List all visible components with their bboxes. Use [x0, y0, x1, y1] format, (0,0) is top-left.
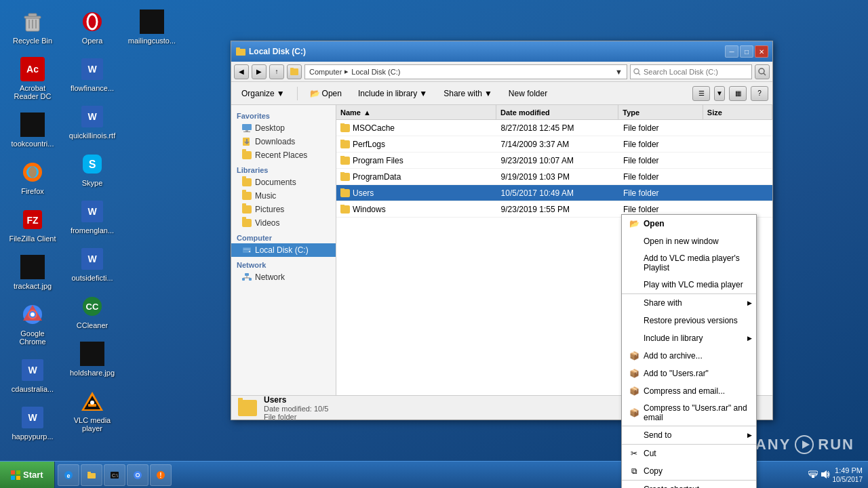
trackact-icon — [19, 253, 46, 281]
happypurp-icon: W — [19, 404, 46, 431]
search-input[interactable] — [644, 68, 749, 76]
col-header-date[interactable]: Date modified — [496, 105, 618, 119]
sidebar-item-documents[interactable]: Documents — [231, 176, 336, 189]
desktop-icon-holdshare[interactable]: holdshare.jpg — [65, 338, 119, 380]
anyrun-watermark: ANY RUN — [755, 435, 854, 454]
sidebar-item-desktop[interactable]: Desktop — [231, 121, 336, 135]
ctx-restore-previous[interactable]: Restore previous versions — [622, 312, 756, 329]
ctx-send-to[interactable]: Send to ▶ — [622, 426, 756, 444]
desktop-icon-acrobat[interactable]: Ac Acrobat Reader DC — [5, 53, 60, 103]
sidebar-item-recent-places[interactable]: Recent Places — [231, 148, 336, 162]
taskbar-chrome-button[interactable] — [127, 464, 149, 486]
ctx-share-with-icon — [629, 298, 639, 308]
desktop-icon-mailingcusto[interactable]: mailingcusto... — [125, 5, 179, 47]
ctx-open-new-window[interactable]: Open in new window — [622, 232, 756, 250]
desktop-icon-trackact[interactable]: trackact.jpg — [5, 251, 60, 293]
desktop-icon-firefox[interactable]: Firefox — [5, 156, 60, 198]
desktop-icon-quickillinois[interactable]: W quickillinois.rtf — [65, 100, 119, 142]
ctx-create-shortcut[interactable]: Create shortcut — [622, 480, 756, 488]
ctx-add-users-rar[interactable]: 📦 Add to "Users.rar" — [622, 365, 756, 382]
sidebar-item-pictures[interactable]: Pictures — [231, 203, 336, 216]
table-row[interactable]: PerfLogs 7/14/2009 3:37 AM File folder — [336, 136, 772, 152]
back-button[interactable]: ◀ — [234, 64, 249, 79]
sidebar-item-network[interactable]: Network — [231, 270, 336, 284]
view-options-button[interactable]: ▼ — [714, 86, 725, 101]
table-row[interactable]: Program Files 9/23/2019 10:07 AM File fo… — [336, 152, 772, 169]
taskbar-avast-button[interactable]: ! — [150, 464, 172, 486]
table-row[interactable]: Users 10/5/2017 10:49 AM File folder — [336, 185, 772, 201]
desktop-icon-fromenglan[interactable]: W fromenglan... — [65, 195, 119, 237]
view-list-button[interactable]: ☰ — [692, 86, 710, 101]
ctx-add-to-vlc[interactable]: Add to VLC media player's Playlist — [622, 250, 756, 276]
search-box[interactable] — [630, 64, 752, 79]
ctx-open[interactable]: 📂 Open — [622, 215, 756, 232]
ctx-add-to-archive[interactable]: 📦 Add to archive... — [622, 347, 756, 365]
ctx-copy[interactable]: ⧉ Copy — [622, 462, 756, 480]
ctx-add-archive-icon: 📦 — [629, 350, 639, 361]
view-detail-button[interactable]: ▦ — [729, 86, 747, 101]
table-row[interactable]: MSOCache 8/27/2018 12:45 PM File folder — [336, 120, 772, 136]
desktop-icon-opera[interactable]: Opera — [65, 5, 119, 47]
file-name-2: Program Files — [353, 156, 403, 165]
close-button[interactable]: ✕ — [755, 45, 768, 58]
ctx-compress-users-rar-email[interactable]: 📦 Compress to "Users.rar" and email — [622, 400, 756, 426]
search-button[interactable] — [755, 64, 770, 79]
ctx-compress-email-icon: 📦 — [629, 386, 639, 396]
share-with-button[interactable]: Share with ▼ — [437, 85, 498, 102]
svg-point-13 — [31, 312, 35, 317]
help-button[interactable]: ? — [751, 86, 768, 101]
desktop-icon-skype[interactable]: S Skype — [65, 148, 119, 190]
ctx-play-vlc[interactable]: Play with VLC media player — [622, 276, 756, 293]
sidebar-recent-places-label: Recent Places — [255, 150, 307, 160]
desktop-icon-tookcountri[interactable]: tookcountri... — [5, 108, 60, 150]
include-library-button[interactable]: Include in library ▼ — [352, 85, 433, 102]
open-button[interactable]: 📂 Open — [304, 85, 348, 102]
forward-button[interactable]: ▶ — [252, 64, 267, 79]
ctx-include-library[interactable]: Include in library ▶ — [622, 329, 756, 347]
col-type-label: Type — [623, 108, 639, 117]
address-localdisk: Local Disk (C:) — [351, 68, 400, 76]
file-cell-date-4: 10/5/2017 10:49 AM — [497, 188, 619, 198]
sidebar-item-videos[interactable]: Videos — [231, 216, 336, 230]
svg-rect-28 — [290, 68, 298, 75]
col-header-type[interactable]: Type — [618, 105, 703, 119]
desktop-icon-filezilla[interactable]: FZ FileZilla Client — [5, 203, 60, 245]
col-name-label: Name — [340, 108, 361, 117]
svg-marker-25 — [802, 441, 810, 449]
file-cell-type-5: File folder — [619, 205, 703, 214]
desktop-icon-outsideficti[interactable]: W outsideficti... — [65, 243, 119, 285]
file-cell-name-4: Users — [336, 188, 497, 198]
sidebar-item-local-disk[interactable]: Local Disk (C:) — [231, 243, 336, 257]
file-name-1: PerfLogs — [353, 140, 385, 149]
desktop-icon-happypurp[interactable]: W happypurp... — [5, 401, 60, 443]
address-path[interactable]: Computer ▸ Local Disk (C:) ▼ — [304, 64, 627, 79]
taskbar-ie-button[interactable]: e — [58, 464, 79, 486]
desktop-icon-vlc[interactable]: VLC media player — [65, 385, 119, 435]
col-size-label: Size — [707, 108, 722, 117]
desktop-icon-recycle-bin[interactable]: Recycle Bin — [5, 5, 60, 47]
desktop-icon-chrome[interactable]: Google Chrome — [5, 298, 60, 348]
start-button[interactable]: Start — [0, 462, 55, 489]
ctx-cut[interactable]: ✂ Cut — [622, 444, 756, 462]
col-header-name[interactable]: Name ▲ — [336, 105, 496, 119]
taskbar-explorer-button[interactable] — [81, 464, 102, 486]
desktop-icon-ccleaner[interactable]: CC CCleaner — [65, 290, 119, 332]
taskbar-cmd-button[interactable]: C:\ — [104, 464, 125, 486]
location-button[interactable] — [287, 64, 302, 79]
local-disk-icon — [242, 246, 252, 254]
new-folder-button[interactable]: New folder — [502, 85, 553, 102]
desktop-icon-flowfinance[interactable]: W flowfinance... — [65, 53, 119, 95]
sidebar-item-downloads[interactable]: Downloads — [231, 135, 336, 148]
col-header-size[interactable]: Size — [703, 105, 772, 119]
ctx-compress-email[interactable]: 📦 Compress and email... — [622, 382, 756, 400]
up-button[interactable]: ↑ — [269, 64, 284, 79]
sidebar-item-music[interactable]: Music — [231, 189, 336, 203]
desktop: Recycle Bin Ac Acrobat Reader DC tookcou… — [0, 0, 868, 488]
table-row[interactable]: ProgramData 9/19/2019 1:03 PM File folde… — [336, 169, 772, 185]
maximize-button[interactable]: □ — [740, 45, 753, 58]
desktop-icon-cdaustralia[interactable]: W cdaustralia... — [5, 354, 60, 396]
address-dropdown-arrow[interactable]: ▼ — [615, 68, 623, 76]
minimize-button[interactable]: ─ — [725, 45, 738, 58]
organize-button[interactable]: Organize ▼ — [235, 85, 291, 102]
ctx-share-with[interactable]: Share with ▶ — [622, 293, 756, 312]
